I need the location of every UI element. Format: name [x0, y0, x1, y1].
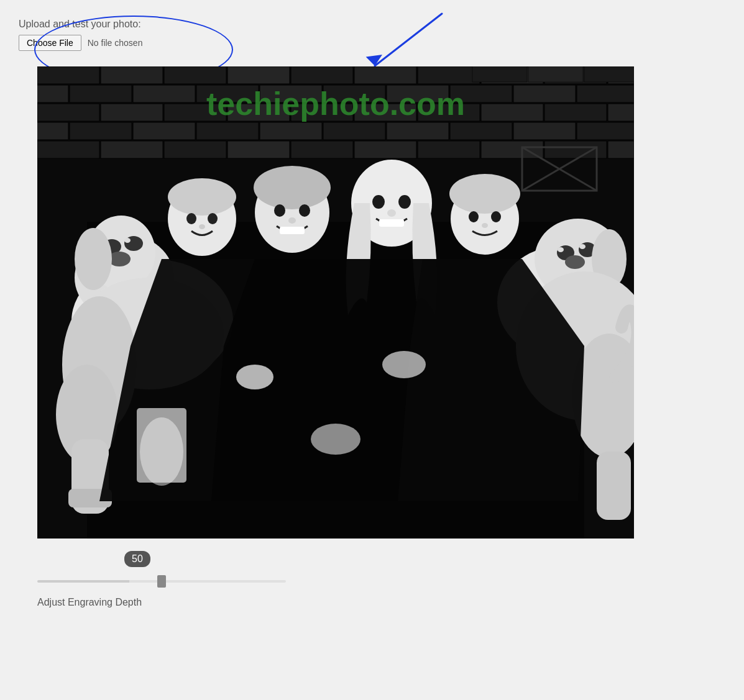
svg-rect-5 [164, 66, 226, 84]
bw-photo: techiephoto.com [37, 66, 634, 539]
svg-point-97 [469, 211, 479, 222]
svg-rect-31 [544, 104, 607, 121]
svg-rect-24 [101, 104, 163, 121]
svg-point-60 [124, 238, 131, 243]
svg-rect-8 [354, 66, 416, 84]
svg-point-81 [186, 213, 196, 224]
slider-track-container [37, 572, 348, 591]
svg-rect-41 [513, 122, 576, 140]
upload-label: Upload and test your photo: [19, 19, 725, 30]
svg-rect-37 [260, 122, 322, 140]
svg-rect-42 [577, 122, 634, 140]
svg-rect-93 [379, 219, 404, 227]
svg-rect-35 [133, 122, 195, 140]
svg-point-62 [75, 228, 112, 290]
svg-rect-103 [472, 66, 527, 82]
svg-point-85 [254, 166, 331, 209]
file-input-row: Choose File No file chosen [19, 35, 725, 51]
svg-rect-50 [481, 141, 543, 158]
svg-rect-7 [291, 66, 353, 84]
svg-point-80 [168, 178, 236, 216]
engraving-depth-slider[interactable] [37, 580, 286, 583]
svg-rect-30 [481, 104, 543, 121]
svg-rect-9 [418, 66, 480, 84]
slider-value-bubble: 50 [124, 551, 150, 567]
no-file-text: No file chosen [88, 38, 143, 48]
svg-rect-22 [577, 85, 634, 102]
svg-rect-34 [70, 122, 132, 140]
svg-point-96 [449, 174, 520, 214]
svg-rect-40 [450, 122, 512, 140]
svg-point-101 [382, 351, 426, 378]
svg-point-102 [311, 424, 361, 455]
svg-point-74 [565, 255, 585, 269]
svg-point-94 [387, 209, 396, 217]
svg-rect-47 [291, 141, 353, 158]
svg-point-82 [208, 213, 218, 224]
svg-rect-33 [37, 122, 68, 140]
svg-rect-104 [528, 66, 583, 82]
svg-point-89 [288, 217, 296, 224]
svg-rect-13 [37, 85, 68, 102]
svg-point-83 [199, 224, 205, 229]
svg-rect-43 [37, 141, 99, 158]
svg-rect-23 [37, 104, 99, 121]
svg-rect-3 [37, 66, 99, 84]
svg-rect-14 [70, 85, 132, 102]
slider-label: Adjust Engraving Depth [37, 597, 348, 608]
svg-rect-48 [354, 141, 416, 158]
svg-rect-52 [608, 141, 634, 158]
choose-file-button[interactable]: Choose File [19, 35, 81, 51]
svg-point-100 [236, 365, 273, 389]
svg-rect-6 [227, 66, 290, 84]
svg-rect-15 [133, 85, 195, 102]
svg-point-72 [558, 247, 564, 252]
photo-svg [37, 66, 634, 539]
photo-display: techiephoto.com [37, 66, 634, 539]
svg-point-110 [140, 417, 183, 486]
svg-rect-45 [164, 141, 226, 158]
svg-rect-21 [513, 85, 576, 102]
upload-section: Upload and test your photo: Choose File … [19, 12, 725, 57]
svg-point-87 [299, 204, 310, 217]
page-container: Upload and test your photo: Choose File … [0, 0, 744, 620]
svg-point-99 [482, 223, 488, 228]
svg-rect-38 [323, 122, 385, 140]
svg-point-86 [274, 204, 285, 217]
svg-rect-46 [227, 141, 290, 158]
svg-point-92 [398, 195, 411, 209]
svg-rect-49 [418, 141, 480, 158]
svg-rect-105 [584, 66, 634, 82]
svg-rect-32 [608, 104, 634, 121]
slider-section: 50 Adjust Engraving Depth [37, 551, 348, 608]
svg-marker-1 [366, 55, 382, 66]
svg-rect-39 [387, 122, 449, 140]
svg-rect-78 [597, 452, 631, 520]
svg-point-98 [491, 211, 501, 222]
svg-rect-4 [101, 66, 163, 84]
svg-rect-88 [280, 227, 305, 234]
watermark-text: techiephoto.com [206, 85, 465, 122]
svg-point-73 [579, 244, 586, 249]
svg-rect-44 [101, 141, 163, 158]
svg-rect-36 [196, 122, 259, 140]
svg-point-91 [372, 195, 385, 209]
